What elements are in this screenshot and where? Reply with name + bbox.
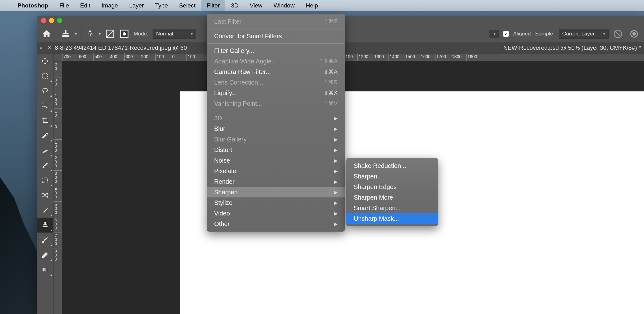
eyedropper-tool[interactable] — [37, 128, 53, 143]
ruler-tick: 700 — [63, 54, 71, 59]
menu-type[interactable]: Type — [150, 0, 173, 11]
ruler-tick: 600 — [79, 54, 86, 59]
ruler-tick: 400 — [53, 186, 62, 201]
mode-label: Mode: — [134, 31, 148, 37]
unknown-dropdown[interactable]: ▾ — [490, 30, 499, 38]
marquee-tool[interactable] — [37, 68, 53, 83]
window-close-button[interactable] — [41, 18, 46, 23]
submenu-item-smart-sharpen[interactable]: Smart Sharpen... — [346, 203, 438, 213]
dropdown-chevron-icon[interactable]: ▾ — [99, 32, 101, 36]
submenu-item-sharpen-more[interactable]: Sharpen More — [346, 192, 438, 203]
ruler-tick: 200 — [53, 155, 62, 170]
sample-dropdown[interactable]: Current Layer ▾ — [559, 29, 609, 39]
brush-tool[interactable] — [37, 158, 53, 173]
home-icon[interactable] — [42, 29, 52, 39]
submenu-arrow-icon: ▶ — [334, 168, 338, 174]
tab-close-icon[interactable]: × — [48, 44, 51, 51]
chevron-down-icon: ▾ — [494, 32, 495, 36]
menu-item-adaptive-wide[interactable]: Adaptive Wide Angle... ⌃⇧⌘A — [207, 56, 345, 67]
gradient-tool[interactable] — [37, 262, 53, 277]
submenu-item-sharpen-edges[interactable]: Sharpen Edges — [346, 182, 438, 192]
menu-item-sharpen[interactable]: Sharpen▶ — [207, 187, 345, 197]
ruler-tick: 500 — [94, 54, 102, 59]
menu-filter[interactable]: Filter — [201, 0, 225, 11]
menu-item-blur[interactable]: Blur▶ — [207, 123, 345, 134]
submenu-item-unsharp-mask[interactable]: Unsharp Mask... — [346, 213, 438, 224]
menu-app[interactable]: Photoshop — [12, 0, 54, 11]
menu-view[interactable]: View — [244, 0, 268, 11]
healing-brush-tool[interactable] — [37, 143, 53, 158]
menu-item-camera-raw[interactable]: Camera Raw Filter... ⇧⌘A — [207, 67, 345, 77]
paint-tool[interactable] — [37, 203, 53, 218]
history-brush-tool[interactable] — [37, 233, 53, 247]
submenu-arrow-icon: ▶ — [334, 221, 338, 227]
submenu-item-sharpen[interactable]: Sharpen — [346, 171, 438, 182]
menu-item-liquify[interactable]: Liquify... ⇧⌘X — [207, 88, 345, 98]
ruler-tick: 600 — [53, 217, 62, 233]
menu-file[interactable]: File — [54, 0, 75, 11]
horizontal-ruler[interactable]: 700 600 500 400 300 200 100 0 100 1100 — [62, 53, 644, 62]
crop-tool[interactable] — [37, 113, 53, 128]
move-tool[interactable] — [37, 53, 53, 68]
svg-rect-7 — [42, 103, 46, 107]
mode-dropdown[interactable]: Normal ▾ — [153, 29, 196, 39]
quick-select-tool[interactable] — [37, 98, 53, 113]
menu-layer[interactable]: Layer — [123, 0, 150, 11]
stamp-tool-icon[interactable] — [61, 29, 71, 39]
desktop-wallpaper — [0, 177, 40, 314]
document-tab-1[interactable]: 8-8-23 4942414 ED 178471-Recovered.jpeg … — [55, 44, 187, 51]
svg-point-6 — [43, 88, 48, 92]
menu-item-other[interactable]: Other▶ — [207, 219, 345, 229]
menu-item-distort[interactable]: Distort▶ — [207, 145, 345, 155]
menu-item-pixelate[interactable]: Pixelate▶ — [207, 166, 345, 176]
clone-stamp-tool[interactable] — [37, 218, 53, 233]
ruler-tick: 1300 — [374, 54, 384, 59]
sample-value: Current Layer — [562, 31, 595, 37]
lasso-tool[interactable] — [37, 83, 53, 98]
svg-point-1 — [123, 32, 126, 35]
brush-settings-icon[interactable] — [105, 29, 115, 39]
ignore-adjustment-icon[interactable] — [613, 29, 623, 39]
ruler-tick: 1500 — [405, 54, 415, 59]
menu-item-render[interactable]: Render▶ — [207, 176, 345, 187]
shuffle-tool[interactable] — [37, 188, 53, 203]
menu-edit[interactable]: Edit — [75, 0, 96, 11]
menu-item-vanishing-point[interactable]: Vanishing Point... ⌃⌘V — [207, 98, 345, 109]
macos-menubar: Photoshop File Edit Image Layer Type Sel… — [0, 0, 644, 11]
menu-separator — [207, 111, 344, 111]
window-minimize-button[interactable] — [49, 18, 54, 23]
tools-panel — [37, 53, 53, 314]
menu-item-filter-gallery[interactable]: Filter Gallery... — [207, 45, 345, 56]
menu-item-last-filter[interactable]: Last Filter ⌃⌘F — [207, 16, 345, 27]
brush-panel-icon[interactable] — [119, 29, 129, 39]
menu-window[interactable]: Window — [268, 0, 300, 11]
ruler-tick: 100 — [157, 54, 164, 59]
menu-item-lens-correction[interactable]: Lens Correction... ⇧⌘R — [207, 77, 345, 88]
eraser-tool[interactable] — [37, 247, 53, 262]
pressure-icon[interactable] — [629, 29, 639, 39]
aligned-checkbox[interactable]: ✓ — [503, 31, 509, 37]
menu-item-stylize[interactable]: Stylize▶ — [207, 197, 345, 208]
menu-select[interactable]: Select — [173, 0, 201, 11]
menu-item-blur-gallery[interactable]: Blur Gallery▶ — [207, 134, 345, 145]
frame-tool[interactable] — [37, 173, 53, 188]
window-maximize-button[interactable] — [57, 18, 62, 23]
menu-separator — [207, 43, 344, 44]
ruler-tick: 100 — [188, 54, 195, 59]
document-tab-2[interactable]: NEW-Recovered.psd @ 50% (Layer 30, CMYK/… — [504, 44, 641, 51]
menu-item-convert-smart[interactable]: Convert for Smart Filters — [207, 31, 345, 41]
menu-item-video[interactable]: Video▶ — [207, 208, 345, 219]
dropdown-chevron-icon[interactable]: ▾ — [75, 32, 77, 36]
ruler-origin[interactable] — [53, 53, 62, 62]
submenu-arrow-icon: ▶ — [334, 147, 338, 153]
vertical-ruler[interactable]: 2000100100100200300400500600700800 — [53, 62, 62, 314]
submenu-arrow-icon: ▶ — [334, 200, 338, 206]
menu-3d[interactable]: 3D — [225, 0, 244, 11]
menu-help[interactable]: Help — [300, 0, 324, 11]
menu-item-3d[interactable]: 3D▶ — [207, 113, 345, 123]
submenu-item-shake-reduction[interactable]: Shake Reduction... — [346, 160, 438, 171]
separator — [81, 28, 81, 39]
menu-item-noise[interactable]: Noise▶ — [207, 155, 345, 166]
menu-image[interactable]: Image — [96, 0, 124, 11]
tab-overflow-icon[interactable]: » — [40, 45, 42, 50]
